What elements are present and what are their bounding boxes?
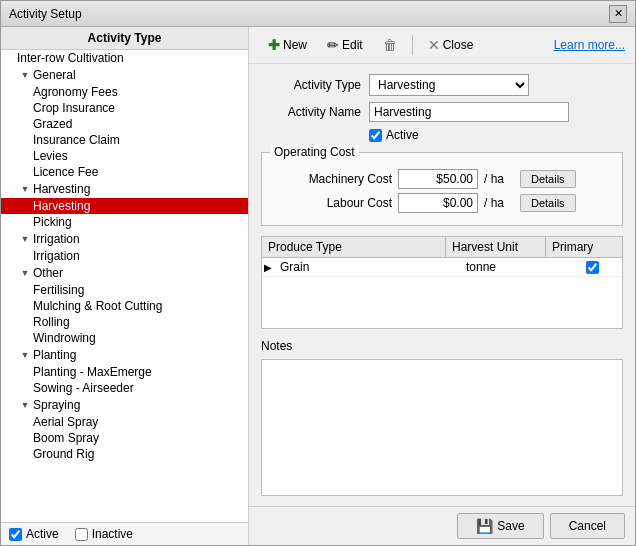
tree-header: Activity Type [1,27,248,50]
edit-button[interactable]: ✏ Edit [318,33,372,57]
save-label: Save [497,519,524,533]
cancel-label: Cancel [569,519,606,533]
active-field-checkbox[interactable] [369,129,382,142]
list-item[interactable]: Planting - MaxEmerge [1,364,248,380]
expander-icon: ▼ [17,67,33,83]
tree-node-planting[interactable]: ▼ Planting [1,346,248,364]
list-item[interactable]: Aerial Spray [1,414,248,430]
expander-icon: ▼ [17,231,33,247]
right-panel: ✚ New ✏ Edit 🗑 ✕ Close Learn more... [249,27,635,545]
new-button[interactable]: ✚ New [259,33,316,57]
tree-node-harvesting[interactable]: ▼ Harvesting [1,180,248,198]
list-item[interactable]: Grazed [1,116,248,132]
node-label-spraying: Spraying [33,398,80,412]
tree-node-general[interactable]: ▼ General [1,66,248,84]
edit-label: Edit [342,38,363,52]
labour-details-button[interactable]: Details [520,194,576,212]
list-item-harvesting-selected[interactable]: Harvesting [1,198,248,214]
operating-cost-title: Operating Cost [270,145,359,159]
close-label: Close [443,38,474,52]
tree-node-spraying[interactable]: ▼ Spraying [1,396,248,414]
inactive-footer-label: Inactive [92,527,133,541]
tree-body[interactable]: Inter-row Cultivation ▼ General Agronomy… [1,50,248,522]
bottom-bar: 💾 Save Cancel [249,506,635,545]
operating-cost-group: Operating Cost Machinery Cost / ha Detai… [261,152,623,226]
list-item[interactable]: Irrigation [1,248,248,264]
th-produce-type: Produce Type [262,237,446,257]
list-item[interactable]: Rolling [1,314,248,330]
activity-name-label: Activity Name [261,105,361,119]
active-row: Active [261,128,623,142]
th-scroll-spacer [606,237,622,257]
notes-label: Notes [261,339,623,353]
main-content: Activity Type Inter-row Cultivation ▼ Ge… [1,27,635,545]
primary-cell[interactable] [562,259,622,276]
machinery-cost-row: Machinery Cost / ha Details [272,169,612,189]
edit-icon: ✏ [327,37,339,53]
produce-cell: Grain [276,258,462,276]
primary-checkbox[interactable] [586,261,599,274]
machinery-details-button[interactable]: Details [520,170,576,188]
activity-type-select[interactable]: Harvesting [369,74,529,96]
list-item[interactable]: Mulching & Root Cutting [1,298,248,314]
activity-name-input[interactable] [369,102,569,122]
save-button[interactable]: 💾 Save [457,513,543,539]
node-label-other: Other [33,266,63,280]
node-label-harvesting: Harvesting [33,182,90,196]
delete-button[interactable]: 🗑 [374,33,406,57]
tree-node-other[interactable]: ▼ Other [1,264,248,282]
list-item[interactable]: Sowing - Airseeder [1,380,248,396]
form-area: Activity Type Harvesting Activity Name A… [249,64,635,506]
activity-type-row: Activity Type Harvesting [261,74,623,96]
left-panel: Activity Type Inter-row Cultivation ▼ Ge… [1,27,249,545]
th-harvest-unit: Harvest Unit [446,237,546,257]
active-filter[interactable]: Active [9,527,59,541]
expander-icon: ▼ [17,265,33,281]
labour-cost-label: Labour Cost [272,196,392,210]
save-icon: 💾 [476,518,493,534]
left-footer: Active Inactive [1,522,248,545]
list-item[interactable]: Levies [1,148,248,164]
toolbar-separator [412,35,413,55]
list-item[interactable]: Boom Spray [1,430,248,446]
labour-cost-unit: / ha [484,196,514,210]
list-item[interactable]: Windrowing [1,330,248,346]
x-icon: ✕ [428,37,440,53]
list-item[interactable]: Picking [1,214,248,230]
close-button[interactable]: ✕ Close [419,33,483,57]
activity-setup-window: Activity Setup ✕ Activity Type Inter-row… [0,0,636,546]
tree-node-irrigation[interactable]: ▼ Irrigation [1,230,248,248]
list-item[interactable]: Ground Rig [1,446,248,462]
th-primary: Primary [546,237,606,257]
title-bar: Activity Setup ✕ [1,1,635,27]
list-item[interactable]: Crop Insurance [1,100,248,116]
window-title: Activity Setup [9,7,82,21]
harvest-unit-cell: tonne [462,258,562,276]
produce-table: Produce Type Harvest Unit Primary ▶ Grai… [261,236,623,329]
toolbar: ✚ New ✏ Edit 🗑 ✕ Close Learn more... [249,27,635,64]
machinery-cost-input[interactable] [398,169,478,189]
learn-more-link[interactable]: Learn more... [554,38,625,52]
leaf-label: Inter-row Cultivation [17,51,124,65]
inactive-checkbox[interactable] [75,528,88,541]
table-header: Produce Type Harvest Unit Primary [262,237,622,258]
inactive-filter[interactable]: Inactive [75,527,133,541]
machinery-cost-label: Machinery Cost [272,172,392,186]
list-item[interactable]: Agronomy Fees [1,84,248,100]
activity-name-row: Activity Name [261,102,623,122]
expander-icon: ▼ [17,347,33,363]
table-body[interactable]: ▶ Grain tonne [262,258,622,328]
table-row[interactable]: ▶ Grain tonne [262,258,622,277]
node-label-planting: Planting [33,348,76,362]
expander-icon: ▼ [17,181,33,197]
list-item[interactable]: Fertilising [1,282,248,298]
window-close-button[interactable]: ✕ [609,5,627,23]
notes-textarea[interactable] [261,359,623,496]
labour-cost-input[interactable] [398,193,478,213]
active-checkbox[interactable] [9,528,22,541]
list-item[interactable]: Insurance Claim [1,132,248,148]
list-item[interactable]: Inter-row Cultivation [1,50,248,66]
active-footer-label: Active [26,527,59,541]
cancel-button[interactable]: Cancel [550,513,625,539]
list-item[interactable]: Licence Fee [1,164,248,180]
